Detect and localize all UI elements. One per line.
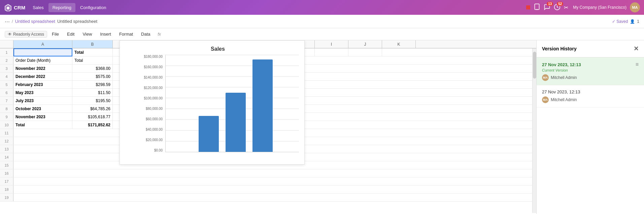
- cell-9b[interactable]: $105,618.77: [72, 113, 113, 121]
- top-nav: CRM Sales Reporting Configuration 13 52 …: [0, 0, 644, 15]
- menu-format[interactable]: Format: [116, 30, 136, 38]
- breadcrumb-link[interactable]: Untitled spreadsheet: [15, 19, 55, 24]
- nav-item-sales[interactable]: Sales: [29, 3, 48, 12]
- menu-insert[interactable]: Insert: [97, 30, 114, 38]
- users-icon: 👤: [630, 19, 635, 24]
- table-row: 16: [0, 169, 536, 177]
- menu-edit[interactable]: Edit: [64, 30, 78, 38]
- hamburger-icon[interactable]: ≡: [636, 61, 639, 68]
- logo-text: CRM: [14, 5, 25, 10]
- svg-rect-2: [535, 4, 539, 10]
- chart-grid: [165, 55, 299, 152]
- version-item-2[interactable]: 27 Nov 2023, 12:13 MA Mitchell Admin: [537, 85, 644, 108]
- row-num-1: 1: [0, 48, 13, 56]
- clock-icon[interactable]: 52: [554, 4, 561, 11]
- cell-2a[interactable]: Order Date (Month): [13, 56, 72, 65]
- nav-logo[interactable]: CRM: [4, 3, 25, 11]
- cell-1i[interactable]: [315, 48, 348, 56]
- saved-indicator: ✓ Saved: [612, 19, 628, 24]
- col-header-i[interactable]: I: [315, 40, 348, 48]
- chart-bars: [179, 55, 293, 152]
- formula-bar: fx: [158, 32, 161, 37]
- version-2-username: Mitchell Admin: [551, 97, 577, 102]
- version-date-2: 27 Nov 2023, 12:13: [542, 89, 639, 94]
- cell-5a[interactable]: February 2023: [13, 81, 72, 89]
- cell-7a[interactable]: July 2023: [13, 97, 72, 105]
- menu-view[interactable]: View: [79, 30, 95, 38]
- cell-3a[interactable]: November 2022: [13, 65, 72, 73]
- bar-oct-2023: [199, 116, 219, 152]
- cell-empty[interactable]: [13, 185, 536, 194]
- cell-1j[interactable]: [348, 48, 382, 56]
- breadcrumb-dots[interactable]: ···: [5, 18, 10, 25]
- y-label-10: $0.00: [154, 148, 163, 152]
- messages-icon[interactable]: 13: [544, 4, 550, 11]
- menu-bar: 👁 Readonly Access File Edit View Insert …: [0, 28, 644, 40]
- y-label-8: $40,000.00: [146, 128, 163, 131]
- cell-10a[interactable]: Total: [13, 121, 72, 129]
- row-num-9: 9: [0, 113, 13, 121]
- breadcrumb-bar: ··· / Untitled spreadsheet Untitled spre…: [0, 15, 644, 28]
- col-header-a[interactable]: A: [13, 40, 72, 48]
- menu-file[interactable]: File: [48, 30, 62, 38]
- main-area: A B C D E F G H I J K 1 Total: [0, 40, 644, 214]
- y-label-5: $100,000.00: [144, 96, 163, 100]
- version-list: 27 Nov 2023, 12:13 ≡ Current Version MA …: [537, 57, 644, 108]
- col-header-k[interactable]: K: [382, 40, 416, 48]
- cell-empty[interactable]: [13, 177, 536, 185]
- cell-6b[interactable]: $11.50: [72, 89, 113, 97]
- formula-icon: fx: [158, 32, 161, 37]
- scrollbar-thumb[interactable]: [533, 52, 536, 79]
- breadcrumb-right: ✓ Saved 👤 1: [612, 19, 639, 24]
- chart-title: Sales: [137, 46, 299, 52]
- cell-5b[interactable]: $298.59: [72, 81, 113, 89]
- cell-1k[interactable]: [382, 48, 416, 56]
- breadcrumb-current: Untitled spreadsheet: [57, 19, 97, 24]
- bar-total: [252, 59, 273, 152]
- nav-right-icons: 13 52 ✂ My Company (San Francisco) MA: [526, 2, 640, 12]
- table-row: 18: [0, 185, 536, 194]
- cell-3b[interactable]: $368.00: [72, 65, 113, 73]
- cell-6a[interactable]: May 2023: [13, 89, 72, 97]
- user-avatar-2: MA: [542, 96, 549, 103]
- cell-empty[interactable]: [13, 194, 536, 202]
- user-avatar-nav[interactable]: MA: [630, 2, 640, 12]
- cell-4b[interactable]: $575.00: [72, 73, 113, 81]
- menu-data[interactable]: Data: [138, 30, 154, 38]
- nav-item-configuration[interactable]: Configuration: [76, 3, 110, 12]
- cell-empty[interactable]: [13, 169, 536, 177]
- cell-10b[interactable]: $171,852.62: [72, 121, 113, 129]
- cell-8a[interactable]: October 2023: [13, 105, 72, 113]
- scissors-icon: ✂: [564, 4, 568, 11]
- row-num-4: 4: [0, 73, 13, 80]
- bar-nov-2023: [226, 93, 246, 152]
- nav-item-reporting[interactable]: Reporting: [48, 3, 75, 12]
- table-row: 19: [0, 194, 536, 202]
- cell-9a[interactable]: November 2023: [13, 113, 72, 121]
- cell-8b[interactable]: $64,785.26: [72, 105, 113, 113]
- cell-1a[interactable]: [13, 48, 72, 56]
- cell-2b[interactable]: Total: [72, 56, 113, 65]
- y-label-7: $60,000.00: [146, 117, 163, 121]
- cell-4a[interactable]: December 2022: [13, 73, 72, 81]
- close-icon[interactable]: ✕: [634, 45, 639, 52]
- spreadsheet-area: A B C D E F G H I J K 1 Total: [0, 40, 536, 214]
- users-count: 1: [637, 19, 639, 24]
- cell-1b[interactable]: Total: [72, 48, 113, 56]
- row-num-2: 2: [0, 56, 13, 64]
- phone-icon[interactable]: [534, 3, 540, 11]
- company-name: My Company (San Francisco): [573, 5, 626, 10]
- chart-plot: [165, 55, 299, 152]
- cell-7b[interactable]: $195.50: [72, 97, 113, 105]
- version-panel-header: Version History ✕: [537, 40, 644, 57]
- y-label-6: $80,000.00: [146, 107, 163, 111]
- col-header-j[interactable]: J: [348, 40, 382, 48]
- vertical-scrollbar[interactable]: [532, 48, 536, 213]
- version-item-current[interactable]: 27 Nov 2023, 12:13 ≡ Current Version MA …: [537, 57, 644, 85]
- version-2-user: MA Mitchell Admin: [542, 96, 639, 103]
- version-2-date: 27 Nov 2023, 12:13: [542, 89, 580, 94]
- row-num-3: 3: [0, 65, 13, 72]
- y-label-4: $120,000.00: [144, 86, 163, 90]
- col-header-b[interactable]: B: [72, 40, 113, 48]
- current-version-label: Current Version: [542, 68, 639, 72]
